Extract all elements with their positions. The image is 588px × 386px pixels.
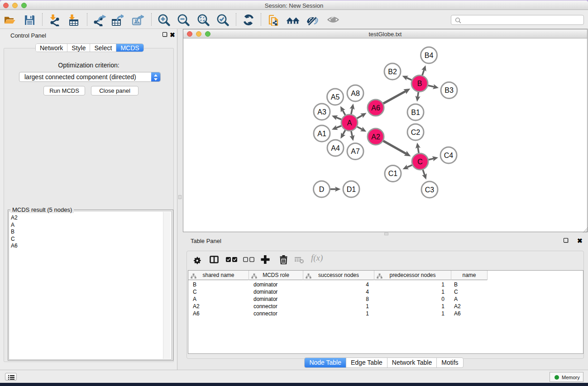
svg-text:C1: C1 [388,170,398,177]
svg-text:A7: A7 [351,148,360,155]
svg-text:C3: C3 [425,186,435,194]
svg-text:D1: D1 [347,186,356,193]
svg-text:A1: A1 [317,130,326,138]
svg-text:B: B [417,80,422,87]
svg-text:A2: A2 [371,133,380,141]
svg-text:A6: A6 [371,104,380,112]
svg-text:C: C [417,158,423,166]
svg-text:B1: B1 [411,109,420,116]
svg-text:B3: B3 [445,86,454,94]
svg-text:D: D [319,186,325,193]
svg-text:A3: A3 [317,108,326,116]
svg-text:B2: B2 [388,68,397,76]
svg-text:A5: A5 [331,93,340,101]
svg-text:f(x): f(x) [311,253,323,263]
svg-text:A8: A8 [351,90,360,97]
svg-text:A4: A4 [331,144,340,152]
svg-text:A: A [347,119,352,127]
svg-text:C4: C4 [444,152,454,159]
svg-text:B4: B4 [425,52,434,59]
svg-text:C2: C2 [411,129,421,136]
